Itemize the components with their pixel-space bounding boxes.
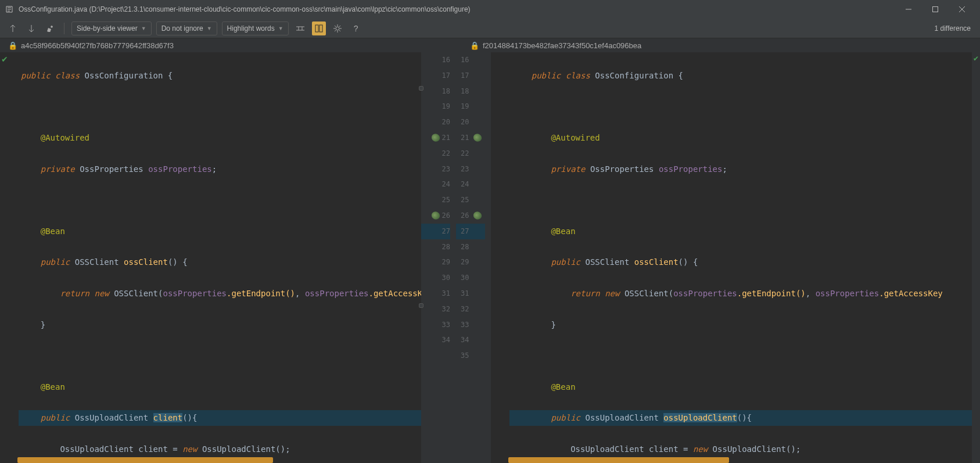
bean-gutter-icon[interactable]	[472, 133, 483, 143]
sync-scroll-button[interactable]	[312, 21, 326, 35]
revision-bar: 🔒 a4c58f966b5f940f27fb768b7779642ff38d67…	[0, 38, 980, 52]
viewer-mode-dropdown[interactable]: Side-by-side viewer▼	[71, 21, 152, 35]
bean-gutter-icon[interactable]	[472, 210, 483, 221]
close-button[interactable]	[949, 1, 975, 18]
right-error-stripe[interactable]: ✔	[972, 52, 980, 463]
right-horizontal-scrollbar[interactable]	[508, 457, 974, 463]
chevron-down-icon: ▼	[141, 26, 146, 31]
left-horizontal-scrollbar[interactable]	[17, 457, 415, 463]
diff-count-label: 1 difference	[935, 24, 975, 33]
ignore-mode-dropdown[interactable]: Do not ignore▼	[156, 21, 217, 35]
lock-icon: 🔒	[470, 41, 479, 50]
left-revision-hash: a4c58f966b5f940f27fb768b7779642ff38d67f3	[21, 41, 174, 50]
fold-handle[interactable]	[419, 303, 423, 308]
fold-handle[interactable]	[419, 86, 423, 91]
left-editor-pane[interactable]: ✔ public class OssConfiguration { @Autow…	[0, 52, 421, 463]
window-title: OssConfiguration.java (D:\Project\21.3.1…	[19, 5, 895, 13]
gear-icon	[333, 24, 342, 33]
lock-icon: 🔒	[8, 41, 17, 50]
left-code[interactable]: public class OssConfiguration { @Autowir…	[0, 52, 421, 463]
title-bar: OssConfiguration.java (D:\Project\21.3.1…	[0, 0, 980, 19]
settings-button[interactable]	[331, 21, 344, 35]
next-diff-button[interactable]	[24, 21, 38, 35]
right-revision-hash: f2014884173be482fae37343f50c1ef4ac096bea	[483, 41, 641, 50]
svg-point-4	[336, 27, 339, 30]
maximize-button[interactable]	[922, 1, 949, 18]
app-icon	[5, 5, 14, 14]
svg-rect-2	[315, 25, 318, 32]
right-code[interactable]: public class OssConfiguration { @Autowir…	[491, 52, 980, 463]
inspection-ok-icon: ✔	[973, 55, 979, 63]
right-editor-pane[interactable]: public class OssConfiguration { @Autowir…	[491, 52, 980, 463]
highlight-mode-dropdown[interactable]: Highlight words▼	[222, 21, 289, 35]
bean-gutter-icon[interactable]	[430, 210, 441, 221]
help-button[interactable]: ?	[349, 21, 363, 35]
svg-rect-1	[933, 7, 938, 12]
diff-toolbar: Side-by-side viewer▼ Do not ignore▼ High…	[0, 19, 980, 38]
bean-gutter-icon[interactable]	[430, 133, 441, 143]
svg-rect-3	[320, 25, 322, 32]
diff-body: ✔ public class OssConfiguration { @Autow…	[0, 52, 980, 463]
prev-diff-button[interactable]	[6, 21, 20, 35]
collapse-unchanged-button[interactable]	[293, 21, 307, 35]
chevron-down-icon: ▼	[207, 26, 212, 31]
minimize-button[interactable]	[895, 1, 922, 18]
line-number-gutter: 16171819202122232425262728293031323334 1…	[421, 52, 491, 463]
edit-button[interactable]	[43, 21, 57, 35]
chevron-down-icon: ▼	[278, 26, 283, 31]
